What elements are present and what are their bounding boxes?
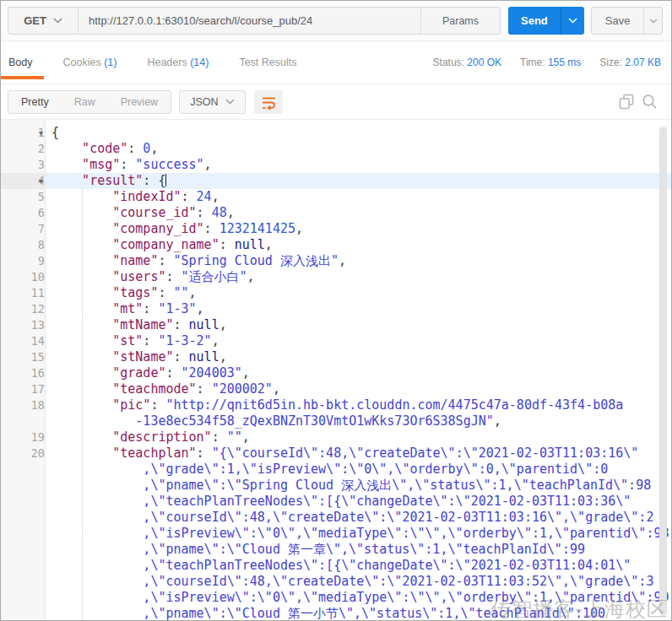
code-text: "course_id": 48, bbox=[45, 205, 671, 221]
line-number bbox=[1, 542, 45, 558]
method-label: GET bbox=[24, 14, 46, 27]
chevron-down-icon bbox=[225, 99, 235, 105]
line-number: 18 bbox=[1, 397, 45, 413]
send-options-button[interactable] bbox=[561, 7, 584, 35]
line-number bbox=[1, 413, 45, 429]
params-button[interactable]: Params bbox=[420, 8, 500, 34]
line-number bbox=[1, 478, 45, 494]
line-number bbox=[1, 590, 45, 606]
code-line: 12"mt": "1-3", bbox=[1, 301, 671, 317]
code-line: 1▾{ bbox=[1, 125, 671, 141]
line-number: 4▾ bbox=[1, 173, 45, 189]
language-dropdown[interactable]: JSON bbox=[179, 90, 246, 114]
response-tabs-row: Body Cookies (1) Headers (14) Test Resul… bbox=[1, 41, 671, 84]
copy-response-button[interactable] bbox=[619, 94, 634, 110]
code-text: ,\"pname\":\"Spring Cloud 深入浅出\",\"statu… bbox=[45, 478, 671, 494]
search-response-button[interactable] bbox=[642, 94, 658, 110]
method-dropdown[interactable]: GET bbox=[8, 8, 79, 34]
code-text: "st": "1-3-2", bbox=[45, 333, 671, 349]
active-tab-underline bbox=[1, 76, 44, 79]
response-meta: Status: 200 OK Time: 155 ms Size: 2.07 K… bbox=[433, 57, 663, 68]
line-number bbox=[1, 526, 45, 542]
status-badge: Status: 200 OK bbox=[433, 57, 501, 68]
url-input[interactable]: http://127.0.0.1:63010/search/l/course_p… bbox=[79, 8, 420, 34]
code-text: ,\"teachPlanTreeNodes\":[{\"changeDate\"… bbox=[45, 494, 671, 510]
code-line: 8"company_name": null, bbox=[1, 237, 671, 253]
line-number bbox=[1, 494, 45, 510]
save-button[interactable]: Save bbox=[592, 8, 644, 34]
code-line: 13"mtName": null, bbox=[1, 317, 671, 333]
code-text: "indexId": 24, bbox=[45, 189, 671, 205]
code-editor[interactable]: 1▾{2"code": 0,3"msg": "success",4▾"resul… bbox=[1, 125, 671, 620]
chevron-down-icon bbox=[649, 19, 658, 24]
wrap-text-button[interactable] bbox=[254, 90, 283, 114]
code-text: "description": "", bbox=[45, 429, 671, 446]
code-line: 16"grade": "204003", bbox=[1, 365, 671, 381]
code-text: "mt": "1-3", bbox=[45, 301, 671, 317]
send-button[interactable]: Send bbox=[508, 7, 561, 35]
line-number bbox=[1, 462, 45, 478]
api-client-window: GET http://127.0.0.1:63010/search/l/cour… bbox=[0, 0, 672, 621]
line-number: 9 bbox=[1, 253, 45, 269]
tab-cookies[interactable]: Cookies (1) bbox=[63, 57, 117, 68]
code-line: 5"indexId": 24, bbox=[1, 189, 671, 205]
url-group: GET http://127.0.0.1:63010/search/l/cour… bbox=[8, 7, 501, 35]
code-text: "users": "适合小白", bbox=[45, 269, 671, 285]
text-cursor bbox=[165, 174, 166, 186]
code-text: "name": "Spring Cloud 深入浅出", bbox=[45, 253, 671, 269]
view-mode-group: Pretty Raw Preview bbox=[8, 90, 171, 114]
mode-raw[interactable]: Raw bbox=[62, 91, 108, 113]
code-line: 20"teachplan": "{\"courseId\":48,\"creat… bbox=[1, 446, 671, 462]
viewer-toolbar: Pretty Raw Preview JSON bbox=[1, 84, 671, 120]
line-number: 6 bbox=[1, 205, 45, 221]
code-line: ,\"grade\":1,\"isPreview\":\"0\",\"order… bbox=[1, 462, 671, 478]
chevron-down-icon bbox=[53, 18, 62, 24]
code-line: -13e8ec534f58_zQexBNZnT30VmtO1wKks73Or6S… bbox=[1, 413, 671, 429]
code-line: ,\"courseId\":48,\"createDate\":\"2021-0… bbox=[1, 510, 671, 526]
fold-caret-icon[interactable]: ▾ bbox=[39, 125, 43, 141]
save-split-button: Save bbox=[591, 7, 664, 35]
code-line: ,\"isPreview\":\"0\",\"mediaType\":\"\",… bbox=[1, 526, 671, 542]
code-line: 6"course_id": 48, bbox=[1, 205, 671, 221]
send-split-button: Send bbox=[508, 7, 584, 35]
code-line: ,\"pname\":\"Cloud 第一章\",\"status\":1,\"… bbox=[1, 542, 671, 558]
code-text: "pic": "http://qnit6d5in.hb-bkt.clouddn.… bbox=[45, 397, 671, 413]
code-line: ,\"teachPlanTreeNodes\":[{\"changeDate\"… bbox=[1, 494, 671, 510]
line-number bbox=[1, 558, 45, 574]
code-line: 15"stName": null, bbox=[1, 349, 671, 365]
code-line: 18"pic": "http://qnit6d5in.hb-bkt.cloudd… bbox=[1, 397, 671, 413]
code-line: 14"st": "1-3-2", bbox=[1, 333, 671, 349]
code-line: ,\"isPreview\":\"0\",\"mediaType\":\"\",… bbox=[1, 590, 671, 606]
line-number: 19 bbox=[1, 429, 45, 446]
tab-body[interactable]: Body bbox=[8, 57, 33, 68]
scrollbar-thumb[interactable] bbox=[659, 127, 667, 616]
code-line: ,\"pname\":\"Cloud 第一小节\",\"status\":1,\… bbox=[1, 606, 671, 620]
cookies-count-badge: (1) bbox=[104, 57, 117, 68]
code-line: 9"name": "Spring Cloud 深入浅出", bbox=[1, 253, 671, 269]
line-number bbox=[1, 606, 45, 620]
headers-count-badge: (14) bbox=[190, 57, 209, 68]
line-number: 15 bbox=[1, 349, 45, 365]
mode-preview[interactable]: Preview bbox=[108, 91, 171, 113]
tab-test-results[interactable]: Test Results bbox=[239, 57, 296, 68]
code-text: "result": { bbox=[45, 173, 671, 189]
code-line: 3"msg": "success", bbox=[1, 157, 671, 173]
code-text: "code": 0, bbox=[45, 141, 671, 157]
code-line: 2"code": 0, bbox=[1, 141, 671, 157]
tab-headers[interactable]: Headers (14) bbox=[147, 57, 209, 68]
request-bar: GET http://127.0.0.1:63010/search/l/cour… bbox=[1, 1, 671, 41]
fold-caret-icon[interactable]: ▾ bbox=[39, 173, 43, 189]
copy-icon bbox=[619, 94, 634, 110]
line-number: 14 bbox=[1, 333, 45, 349]
url-text: http://127.0.0.1:63010/search/l/course_p… bbox=[89, 14, 312, 27]
code-line: 7"company_id": 1232141425, bbox=[1, 221, 671, 237]
line-number: 16 bbox=[1, 365, 45, 381]
code-line: 10"users": "适合小白", bbox=[1, 269, 671, 285]
code-text: "msg": "success", bbox=[45, 157, 671, 173]
save-options-button[interactable] bbox=[643, 8, 662, 34]
line-number bbox=[1, 574, 45, 590]
mode-pretty[interactable]: Pretty bbox=[8, 91, 62, 113]
code-text: ,\"teachPlanTreeNodes\":[{\"changeDate\"… bbox=[45, 558, 671, 574]
code-text: "stName": null, bbox=[45, 349, 671, 365]
line-number: 1▾ bbox=[1, 125, 45, 141]
